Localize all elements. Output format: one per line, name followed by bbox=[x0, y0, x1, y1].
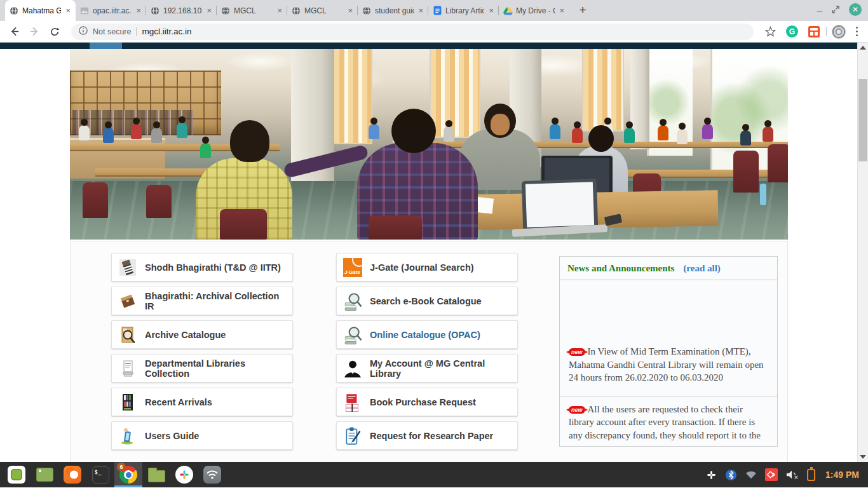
link-bhagirathi-archival[interactable]: Bhagirathi: Archival Collection IR bbox=[111, 287, 293, 315]
link-label: J-Gate (Journal Search) bbox=[370, 262, 474, 273]
globe-icon bbox=[220, 6, 231, 16]
close-tab-icon[interactable]: × bbox=[276, 6, 283, 15]
page-scrollbar[interactable] bbox=[857, 43, 868, 462]
close-tab-icon[interactable]: × bbox=[346, 6, 354, 15]
close-tab-icon[interactable]: × bbox=[558, 6, 566, 15]
address-bar[interactable]: Not secure mgcl.iitr.ac.in bbox=[71, 24, 754, 40]
link-ebook-catalogue[interactable]: Search e-Book Catalogue bbox=[336, 287, 518, 315]
anydesk-icon[interactable] bbox=[765, 468, 778, 481]
clipboard-pencil-icon bbox=[343, 426, 362, 445]
image-placeholder-icon bbox=[79, 6, 90, 16]
show-desktop-button[interactable] bbox=[31, 462, 58, 487]
link-label: Archive Catalogue bbox=[145, 330, 226, 340]
tab-title: 192.168.105.14 bbox=[163, 6, 202, 15]
info-icon[interactable] bbox=[79, 26, 88, 37]
reload-icon[interactable] bbox=[46, 23, 64, 41]
close-tab-icon[interactable]: × bbox=[205, 6, 213, 15]
close-tab-icon[interactable]: × bbox=[487, 6, 495, 15]
tab-my-drive[interactable]: My Drive - Goo × bbox=[499, 0, 569, 21]
grammarly-extension-icon[interactable]: G bbox=[785, 25, 799, 39]
close-tab-icon[interactable]: × bbox=[64, 6, 72, 15]
tab-student-guide[interactable]: student guide × bbox=[358, 0, 428, 21]
content-panel: Shodh Bhagirathi (T&D @ IITR) Bhagirathi… bbox=[70, 241, 788, 462]
terminal-icon: $_ bbox=[92, 466, 109, 484]
tab-title: MGCL bbox=[304, 6, 343, 15]
news-panel: News and Announcements (read all) newIn … bbox=[559, 256, 778, 447]
new-badge: new bbox=[569, 406, 585, 414]
scroll-down-icon[interactable] bbox=[860, 455, 866, 459]
chrome-task-button[interactable]: 6 bbox=[114, 462, 142, 487]
link-research-paper-request[interactable]: Request for Research Paper bbox=[336, 421, 518, 450]
link-users-guide[interactable]: Users Guide bbox=[111, 421, 293, 450]
news-item: newIn View of Mid Term Examination (MTE)… bbox=[560, 345, 777, 396]
back-icon[interactable] bbox=[5, 23, 23, 41]
link-archive-catalogue[interactable]: Archive Catalogue bbox=[111, 320, 293, 349]
close-tab-icon[interactable]: × bbox=[135, 6, 142, 15]
slack-launcher[interactable] bbox=[170, 462, 198, 487]
tab-title: MGCL bbox=[234, 6, 273, 15]
extension-icon[interactable] bbox=[807, 25, 821, 39]
new-tab-button[interactable]: + bbox=[573, 1, 592, 20]
terminal-launcher[interactable]: $_ bbox=[86, 462, 114, 487]
tab-mgcl-1[interactable]: MGCL × bbox=[217, 0, 287, 21]
wifi-icon bbox=[203, 466, 221, 484]
minimize-window-button[interactable]: – bbox=[817, 4, 822, 15]
mint-menu-button[interactable] bbox=[3, 462, 31, 487]
close-tab-icon[interactable]: × bbox=[417, 6, 424, 15]
link-label: Request for Research Paper bbox=[370, 431, 493, 441]
profile-avatar[interactable] bbox=[832, 25, 846, 39]
slack-tray-icon[interactable] bbox=[706, 470, 717, 480]
read-all-link[interactable]: (read all) bbox=[683, 263, 720, 274]
bluetooth-icon[interactable] bbox=[725, 469, 737, 481]
tab-title: Library Article D bbox=[445, 6, 484, 15]
tab-library-article[interactable]: Library Article D × bbox=[428, 0, 499, 21]
google-docs-icon bbox=[432, 6, 442, 16]
thesis-stack-icon bbox=[118, 258, 137, 277]
maximize-window-button[interactable] bbox=[832, 6, 839, 13]
bookmark-star-icon[interactable] bbox=[764, 25, 778, 39]
link-label: Bhagirathi: Archival Collection IR bbox=[145, 291, 286, 311]
person-icon bbox=[343, 359, 362, 378]
tab-opac[interactable]: opac.iitr.ac.in:8 × bbox=[76, 0, 146, 21]
files-launcher[interactable] bbox=[142, 462, 170, 487]
tab-title: My Drive - Goo bbox=[516, 6, 555, 15]
globe-icon bbox=[291, 6, 301, 16]
clock[interactable]: 1:49 PM bbox=[825, 470, 859, 480]
archive-box-icon bbox=[118, 292, 137, 311]
site-navbar-active-item[interactable] bbox=[90, 43, 122, 49]
link-opac[interactable]: Online Catalogue (OPAC) bbox=[336, 320, 518, 349]
tab-mahatma-gandhi[interactable]: Mahatma Gand × bbox=[5, 0, 76, 21]
slack-icon bbox=[175, 466, 193, 484]
link-departmental-libraries[interactable]: Departmental Libraries Collection bbox=[111, 354, 293, 383]
browser-menu-icon[interactable] bbox=[851, 24, 864, 39]
globe-icon bbox=[362, 6, 372, 16]
scroll-up-icon[interactable] bbox=[860, 46, 866, 50]
window-controls: – ✕ bbox=[817, 3, 862, 16]
link-my-account[interactable]: My Account @ MG Central Library bbox=[336, 354, 518, 383]
tab-mgcl-2[interactable]: MGCL × bbox=[287, 0, 358, 21]
forward-icon[interactable] bbox=[25, 23, 43, 41]
mint-logo-icon bbox=[8, 466, 25, 484]
link-recent-arrivals[interactable]: Recent Arrivals bbox=[111, 388, 293, 416]
scrollbar-thumb[interactable] bbox=[858, 79, 867, 161]
tab-title: opac.iitr.ac.in:8 bbox=[93, 6, 132, 15]
page-viewport: Shodh Bhagirathi (T&D @ IITR) Bhagirathi… bbox=[0, 43, 868, 462]
taskbar: $_ 6 1:49 PM bbox=[0, 462, 868, 487]
system-tray: 1:49 PM bbox=[706, 468, 865, 481]
link-book-purchase[interactable]: Book Purchase Request bbox=[336, 388, 518, 416]
link-label: Book Purchase Request bbox=[370, 397, 476, 407]
network-launcher[interactable] bbox=[198, 462, 226, 487]
firefox-launcher[interactable] bbox=[58, 462, 86, 487]
close-window-button[interactable]: ✕ bbox=[849, 3, 862, 16]
desktop-icon bbox=[36, 468, 53, 482]
tab-ip-address[interactable]: 192.168.105.14 × bbox=[146, 0, 217, 21]
network-tray-icon[interactable] bbox=[745, 471, 757, 479]
library-photo bbox=[70, 49, 788, 240]
google-drive-icon bbox=[503, 6, 513, 16]
battery-icon[interactable] bbox=[807, 469, 815, 481]
link-shodh-bhagirathi[interactable]: Shodh Bhagirathi (T&D @ IITR) bbox=[111, 253, 293, 281]
link-jgate[interactable]: J-Gate J-Gate (Journal Search) bbox=[336, 253, 518, 281]
archive-card-search-icon bbox=[118, 325, 137, 344]
volume-muted-icon[interactable] bbox=[786, 470, 799, 480]
divider bbox=[136, 27, 137, 36]
